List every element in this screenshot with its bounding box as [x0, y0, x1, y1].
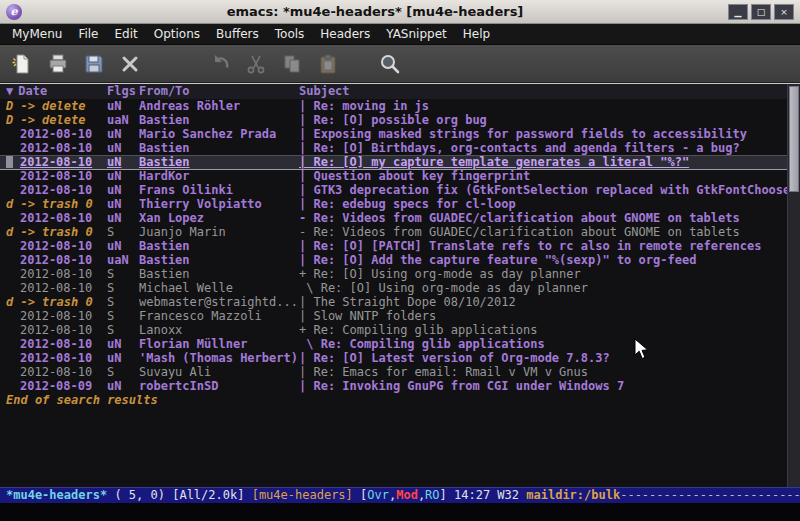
echo-area[interactable] [0, 503, 800, 521]
close-button[interactable]: × [774, 4, 794, 20]
print-icon[interactable] [42, 49, 74, 79]
maximize-button[interactable]: □ [751, 4, 771, 20]
message-from: Suvayu Ali [139, 365, 299, 379]
toolbar [0, 45, 800, 83]
message-row[interactable]: 2012-08-10uNHardKor| Question about key … [0, 169, 800, 183]
scrollbar-thumb[interactable] [789, 86, 799, 192]
message-row[interactable]: D -> deleteuNAndreas Röhler| Re: moving … [0, 99, 800, 113]
menu-yasnippet[interactable]: YASnippet [378, 24, 455, 44]
menu-edit[interactable]: Edit [107, 24, 146, 44]
titlebar[interactable]: e emacs: *mu4e-headers* [mu4e-headers] ▁… [0, 0, 800, 24]
message-mark: d -> trash 0 [6, 295, 107, 309]
message-row[interactable]: 2012-08-10SLanoxx+ Re: Compiling glib ap… [0, 323, 800, 337]
column-date[interactable]: ▼Date [6, 84, 107, 99]
modeline-segment: [mu4e-headers] [252, 488, 353, 502]
message-subject: | GTK3 deprecation fix (GtkFontSelection… [299, 183, 800, 197]
message-row[interactable]: 2012-08-10uNBastien| Re: [O] Birthdays, … [0, 141, 800, 155]
undo-icon[interactable] [204, 49, 236, 79]
sort-descending-icon[interactable]: ▼ [6, 84, 13, 98]
scrollbar[interactable] [787, 84, 800, 487]
message-mark: D -> delete [6, 99, 107, 113]
message-from: Bastien [139, 155, 299, 169]
column-from[interactable]: From/To [139, 84, 299, 99]
save-icon[interactable] [78, 49, 110, 79]
message-subject: | Re: [O] Add the capture feature "%(sex… [299, 253, 800, 267]
modeline: *mu4e-headers* ( 5, 0) [All/2.0k] [mu4e-… [0, 487, 800, 503]
message-from: Xan Lopez [139, 211, 299, 225]
close-icon[interactable] [114, 49, 146, 79]
menu-file[interactable]: File [70, 24, 106, 44]
mouse-cursor [634, 338, 651, 361]
message-flags: uN [107, 127, 139, 141]
message-flags: S [107, 281, 139, 295]
message-row[interactable]: 2012-08-10uNBastien| Re: [O] [PATCH] Tra… [0, 239, 800, 253]
message-subject: | Re: Emacs for email: Rmail v VM v Gnus [299, 365, 800, 379]
message-row[interactable]: d -> trash 0Swebmaster@straightd...| The… [0, 295, 800, 309]
message-flags: uN [107, 99, 139, 113]
modeline-segment: ------------------------------ [620, 488, 800, 502]
message-row[interactable]: 2012-08-10SFrancesco Mazzoli| Slow NNTP … [0, 309, 800, 323]
message-date: 2012-08-10 [6, 183, 107, 197]
message-row[interactable]: 2012-08-10uNFrans Oilinki| GTK3 deprecat… [0, 183, 800, 197]
column-subject[interactable]: Subject [299, 84, 800, 99]
message-row[interactable]: 2012-08-10uaNBastien| Re: [O] Add the ca… [0, 253, 800, 267]
minimize-button[interactable]: ▁ [728, 4, 748, 20]
message-from: Mario Sanchez Prada [139, 127, 299, 141]
text-cursor [6, 156, 13, 168]
menu-options[interactable]: Options [146, 24, 208, 44]
emacs-window: e emacs: *mu4e-headers* [mu4e-headers] ▁… [0, 0, 800, 521]
message-row[interactable]: 2012-08-09uNrobertcInSD| Re: Invoking Gn… [0, 379, 800, 393]
menu-help[interactable]: Help [455, 24, 498, 44]
window-controls: ▁ □ × [728, 4, 794, 20]
message-subject: | Re: [O] Latest version of Org-mode 7.8… [299, 351, 800, 365]
message-row[interactable]: d -> trash 0uNThierry Volpiatto| Re: ede… [0, 197, 800, 211]
search-icon[interactable] [374, 49, 406, 79]
message-subject: - Re: Videos from GUADEC/clarification a… [299, 225, 800, 239]
menu-headers[interactable]: Headers [312, 24, 378, 44]
headers-column-row: ▼Date Flgs From/To Subject [0, 84, 800, 99]
menu-mymenu[interactable]: MyMenu [4, 24, 70, 44]
message-row[interactable]: 2012-08-10uNFlorian Müllner \ Re: Compil… [0, 337, 800, 351]
message-from: Andreas Röhler [139, 99, 299, 113]
message-date: 2012-08-10 [6, 169, 107, 183]
message-flags: S [107, 267, 139, 281]
menu-tools[interactable]: Tools [267, 24, 313, 44]
message-flags: S [107, 225, 139, 239]
copy-icon[interactable] [276, 49, 308, 79]
message-subject: - Re: Videos from GUADEC/clarification a… [299, 211, 800, 225]
message-from: Thierry Volpiatto [139, 197, 299, 211]
message-date: 2012-08-09 [6, 379, 107, 393]
window-title: emacs: *mu4e-headers* [mu4e-headers] [28, 4, 722, 19]
message-flags: uN [107, 379, 139, 393]
message-row[interactable]: d -> trash 0SJuanjo Marin- Re: Videos fr… [0, 225, 800, 239]
message-flags: S [107, 309, 139, 323]
message-subject: + Re: Compiling glib applications [299, 323, 800, 337]
message-subject: \ Re: [O] Using org-mode as day planner [299, 281, 800, 295]
message-subject: | The Straight Dope 08/10/2012 [299, 295, 800, 309]
message-from: Bastien [139, 239, 299, 253]
message-row[interactable]: D -> deleteuaNBastien| Re: [O] possible … [0, 113, 800, 127]
message-subject: | Question about key fingerprint [299, 169, 800, 183]
cut-icon[interactable] [240, 49, 272, 79]
message-row[interactable]: 2012-08-10uNMario Sanchez Prada| Exposin… [0, 127, 800, 141]
message-subject: \ Re: Compiling glib applications [299, 337, 800, 351]
message-row[interactable]: 2012-08-10uNBastien| Re: [O] my capture … [0, 155, 800, 169]
message-date: 2012-08-10 [6, 253, 107, 267]
message-row[interactable]: 2012-08-10uNXan Lopez- Re: Videos from G… [0, 211, 800, 225]
message-flags: uN [107, 351, 139, 365]
menu-buffers[interactable]: Buffers [208, 24, 267, 44]
message-row[interactable]: 2012-08-10SBastien+ Re: [O] Using org-mo… [0, 267, 800, 281]
message-row[interactable]: 2012-08-10SMichael Welle \ Re: [O] Using… [0, 281, 800, 295]
column-flags[interactable]: Flgs [107, 84, 139, 99]
buffer-area: ▼Date Flgs From/To Subject D -> deleteuN… [0, 83, 800, 487]
message-flags: uaN [107, 253, 139, 267]
message-row[interactable]: 2012-08-10SSuvayu Ali| Re: Emacs for ema… [0, 365, 800, 379]
message-date: 2012-08-10 [6, 365, 107, 379]
message-subject: | Re: [O] Birthdays, org-contacts and ag… [299, 141, 800, 155]
message-subject: + Re: [O] Using org-mode as day planner [299, 267, 800, 281]
message-mark: D -> delete [6, 113, 107, 127]
message-row[interactable]: 2012-08-10uN'Mash (Thomas Herbert)| Re: … [0, 351, 800, 365]
paste-icon[interactable] [312, 49, 344, 79]
emacs-icon: e [6, 4, 22, 20]
new-file-icon[interactable] [6, 49, 38, 79]
